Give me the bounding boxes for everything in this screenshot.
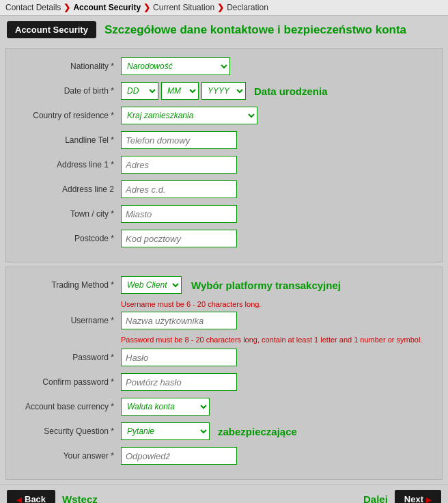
password-control [121, 349, 436, 366]
nationality-label: Nationality * [12, 62, 121, 71]
dob-row: Date of birth * DD MM YYYY Data urodzeni… [12, 81, 436, 100]
username-row: Username * [12, 311, 436, 330]
town-input[interactable] [121, 205, 237, 223]
username-hint-row: Username must be 6 - 20 characters long. [12, 300, 436, 308]
bottom-bar: Back Wstecz Dalej Next [0, 484, 448, 503]
security-green-label: zabezpieczające [218, 426, 297, 437]
postcode-input[interactable] [121, 230, 237, 247]
confirm-control [121, 373, 436, 391]
nationality-select[interactable]: Narodowość [121, 57, 230, 75]
nationality-control: Narodowość [121, 57, 436, 75]
country-label: Country of residence * [12, 111, 121, 120]
country-control: Kraj zamieszkania [121, 107, 436, 124]
confirm-label: Confirm password * [12, 377, 121, 387]
security-q-select[interactable]: Pytanie [121, 422, 210, 440]
trading-security-section: Trading Method * Web Client Wybór platfo… [5, 267, 443, 480]
next-polish-label: Dalej [363, 493, 388, 503]
page-title: Szczegółowe dane kontaktowe i bezpieczeń… [104, 23, 406, 37]
security-q-control: Pytanie zabezpieczające [121, 422, 436, 440]
username-label: Username * [12, 316, 121, 325]
dob-green-label: Data urodzenia [254, 85, 328, 97]
answer-control [121, 447, 436, 465]
breadcrumb-declaration[interactable]: Declaration [227, 3, 268, 12]
dob-mm-select[interactable]: MM [161, 82, 199, 100]
breadcrumb: Contact Details ❯ Account Security ❯ Cur… [0, 0, 448, 16]
address2-control [121, 180, 436, 198]
bottom-left: Back Wstecz [7, 490, 98, 503]
answer-label: Your answer * [12, 451, 121, 461]
country-row: Country of residence * Kraj zamieszkania [12, 106, 436, 125]
confirm-input[interactable] [121, 373, 237, 391]
dob-dd-select[interactable]: DD [121, 82, 158, 100]
password-input[interactable] [121, 349, 237, 366]
page-header: Account Security Szczegółowe dane kontak… [0, 16, 448, 44]
trading-row: Trading Method * Web Client Wybór platfo… [12, 275, 436, 295]
currency-control: Waluta konta [121, 398, 436, 416]
dob-label: Date of birth * [12, 86, 121, 96]
postcode-label: Postcode * [12, 234, 121, 243]
landline-control [121, 131, 436, 149]
username-input[interactable] [121, 312, 237, 329]
answer-row: Your answer * [12, 446, 436, 465]
address1-row: Address line 1 * [12, 155, 436, 174]
personal-details-section: Nationality * Narodowość Date of birth *… [5, 48, 443, 262]
address1-input[interactable] [121, 156, 237, 174]
confirm-row: Confirm password * [12, 372, 436, 392]
currency-label: Account base currency * [12, 402, 121, 411]
security-q-row: Security Question * Pytanie zabezpieczaj… [12, 422, 436, 441]
password-label: Password * [12, 353, 121, 362]
address2-input[interactable] [121, 180, 237, 198]
password-row: Password * [12, 348, 436, 367]
landline-label: Landline Tel * [12, 135, 121, 145]
breadcrumb-current-situation[interactable]: Current Situation [153, 3, 214, 12]
back-button[interactable]: Back [7, 490, 55, 503]
breadcrumb-sep-3: ❯ [217, 3, 224, 12]
currency-select[interactable]: Waluta konta [121, 398, 210, 416]
town-row: Town / city * [12, 204, 436, 223]
answer-input[interactable] [121, 447, 237, 465]
username-control [121, 312, 436, 329]
header-badge: Account Security [7, 21, 96, 38]
breadcrumb-sep-2: ❯ [143, 3, 150, 12]
security-q-label: Security Question * [12, 426, 121, 436]
breadcrumb-account-security[interactable]: Account Security [73, 3, 141, 12]
back-polish-label: Wstecz [62, 493, 98, 503]
landline-row: Landline Tel * [12, 131, 436, 150]
next-button[interactable]: Next [395, 490, 441, 503]
postcode-row: Postcode * [12, 229, 436, 248]
currency-row: Account base currency * Waluta konta [12, 397, 436, 416]
trading-select[interactable]: Web Client [121, 276, 182, 294]
town-control [121, 205, 436, 223]
town-label: Town / city * [12, 209, 121, 219]
address1-control [121, 156, 436, 174]
password-hint-row: Password must be 8 - 20 characters long,… [12, 336, 436, 344]
country-select[interactable]: Kraj zamieszkania [121, 107, 257, 124]
address2-row: Address line 2 [12, 180, 436, 199]
address1-label: Address line 1 * [12, 160, 121, 169]
address2-label: Address line 2 [12, 185, 121, 194]
bottom-right: Dalej Next [363, 490, 441, 503]
breadcrumb-contact[interactable]: Contact Details [5, 3, 61, 12]
breadcrumb-sep-1: ❯ [64, 3, 70, 12]
dob-control: DD MM YYYY Data urodzenia [121, 82, 436, 100]
landline-input[interactable] [121, 131, 237, 149]
password-hint: Password must be 8 - 20 characters long,… [121, 336, 436, 344]
trading-control: Web Client Wybór platformy transakcyjnej [121, 276, 436, 294]
username-hint: Username must be 6 - 20 characters long. [121, 300, 436, 308]
nationality-row: Nationality * Narodowość [12, 57, 436, 76]
trading-green-label: Wybór platformy transakcyjnej [191, 280, 341, 291]
postcode-control [121, 230, 436, 247]
trading-label: Trading Method * [12, 280, 121, 290]
dob-yyyy-select[interactable]: YYYY [201, 82, 246, 100]
